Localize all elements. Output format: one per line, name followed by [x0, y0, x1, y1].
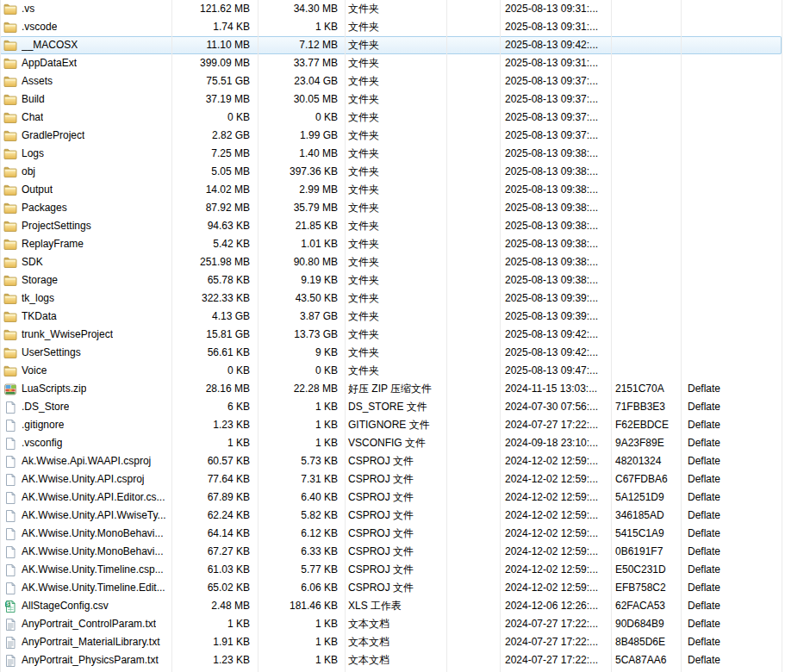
file-packed-size: 5.82 KB — [258, 507, 345, 525]
file-packed-size: 6.06 KB — [258, 579, 345, 597]
file-crc: 90D684B9 — [611, 615, 681, 633]
file-modified-date: 2024-12-02 12:59:... — [500, 543, 611, 561]
file-compress-method: Deflate — [681, 615, 782, 633]
file-row[interactable]: Chat 0 KB 0 KB 文件夹 2025-08-13 09:37:... — [0, 109, 782, 127]
file-packed-size: 9.19 KB — [258, 271, 345, 289]
file-compress-method: Deflate — [681, 452, 782, 470]
file-compress-method: Deflate — [681, 488, 782, 507]
file-row[interactable]: ProjectSettings 94.63 KB 21.85 KB 文件夹 20… — [0, 217, 782, 235]
file-row[interactable]: Assets 75.51 GB 23.04 GB 文件夹 2025-08-13 … — [0, 72, 782, 90]
file-size: 2.48 MB — [171, 597, 258, 615]
file-row[interactable]: AnyPortrait_MaterialLibrary.txt 1.91 KB … — [0, 633, 782, 651]
file-row[interactable]: .vs 121.62 MB 34.30 MB 文件夹 2025-08-13 09… — [0, 0, 782, 18]
folder-icon — [3, 256, 17, 270]
folder-icon — [3, 328, 17, 342]
file-compress-method: Deflate — [681, 579, 782, 597]
file-name: AppDataExt — [22, 54, 77, 72]
file-row[interactable]: trunk_WwiseProject 15.81 GB 13.73 GB 文件夹… — [0, 326, 782, 344]
file-row[interactable]: TKData 4.13 GB 3.87 GB 文件夹 2025-08-13 09… — [0, 308, 782, 326]
file-crc: 5CA87AA6 — [611, 651, 681, 669]
file-row[interactable]: UserSettings 56.61 KB 9 KB 文件夹 2025-08-1… — [0, 344, 782, 362]
txt-icon — [3, 654, 17, 668]
file-name-cell: .vscode — [0, 18, 171, 36]
file-row[interactable]: LuaScripts.zip 28.16 MB 22.28 MB 好压 ZIP … — [0, 380, 782, 398]
file-size: 62.24 KB — [171, 507, 258, 525]
file-row[interactable]: AllStageConfig.csv 2.48 MB 181.46 KB XLS… — [0, 597, 782, 615]
file-row[interactable]: AnyPortrait_PhysicsParam.txt 1.23 KB 1 K… — [0, 651, 782, 669]
file-row[interactable]: Voice 0 KB 0 KB 文件夹 2025-08-13 09:47:... — [0, 362, 782, 380]
file-size: 251.98 MB — [171, 253, 258, 271]
file-packed-size: 1 KB — [258, 633, 345, 651]
file-type: 好压 ZIP 压缩文件 — [345, 380, 446, 398]
file-type: CSPROJ 文件 — [345, 470, 446, 488]
file-row[interactable]: Ak.Wwise.Api.WAAPI.csproj 60.57 KB 5.73 … — [0, 452, 782, 470]
file-packed-size: 0 KB — [258, 362, 345, 380]
file-row[interactable]: .DS_Store 6 KB 1 KB DS_STORE 文件 2024-07-… — [0, 398, 782, 416]
file-name: GradleProject — [22, 127, 84, 145]
file-row-selected[interactable]: __MACOSX 11.10 MB 7.12 MB 文件夹 2025-08-13… — [0, 36, 782, 54]
file-row[interactable]: AK.Wwise.Unity.API.Editor.cs... 67.89 KB… — [0, 488, 782, 507]
file-row[interactable]: Packages 87.92 MB 35.79 MB 文件夹 2025-08-1… — [0, 199, 782, 217]
file-name: Ak.Wwise.Api.WAAPI.csproj — [22, 452, 151, 470]
txt-icon — [3, 618, 17, 632]
file-row[interactable]: Logs 7.25 MB 1.40 MB 文件夹 2025-08-13 09:3… — [0, 145, 782, 163]
file-row[interactable]: obj 5.05 MB 397.36 KB 文件夹 2025-08-13 09:… — [0, 163, 782, 181]
file-name: tk_logs — [22, 289, 54, 308]
file-compress-method: Deflate — [681, 380, 782, 398]
file-row[interactable]: AK.Wwise.Unity.API.WwiseTy... 62.24 KB 5… — [0, 507, 782, 525]
file-icon — [3, 401, 17, 414]
file-type: 文件夹 — [345, 199, 446, 217]
file-modified-date: 2024-12-02 12:59:... — [500, 452, 611, 470]
file-row[interactable]: GradleProject 2.82 GB 1.99 GB 文件夹 2025-0… — [0, 127, 782, 145]
file-modified-date: 2025-08-13 09:47:... — [500, 362, 611, 380]
file-row[interactable]: tk_logs 322.33 KB 43.50 KB 文件夹 2025-08-1… — [0, 289, 782, 308]
file-name-cell: .vs — [0, 0, 171, 18]
file-row[interactable]: Build 37.19 MB 30.05 MB 文件夹 2025-08-13 0… — [0, 90, 782, 109]
folder-icon — [3, 184, 17, 197]
file-row[interactable]: SDK 251.98 MB 90.80 MB 文件夹 2025-08-13 09… — [0, 253, 782, 271]
file-size: 28.16 MB — [171, 380, 258, 398]
file-name-cell: Assets — [0, 72, 171, 90]
file-type: 文件夹 — [345, 217, 446, 235]
file-packed-size: 6.40 KB — [258, 488, 345, 507]
file-row[interactable]: AK.Wwise.Unity.MonoBehavi... 67.27 KB 6.… — [0, 543, 782, 561]
folder-icon — [3, 292, 17, 306]
file-row[interactable]: .vsconfig 1 KB 1 KB VSCONFIG 文件 2024-09-… — [0, 434, 782, 452]
file-name-cell: obj — [0, 163, 171, 181]
file-type: CSPROJ 文件 — [345, 579, 446, 597]
file-row[interactable]: AK.Wwise.Unity.Timeline.Edit... 65.02 KB… — [0, 579, 782, 597]
file-compress-method: Deflate — [681, 597, 782, 615]
file-name-cell: AK.Wwise.Unity.Timeline.Edit... — [0, 579, 171, 597]
file-row[interactable]: AK.Wwise.Unity.Timeline.csp... 61.03 KB … — [0, 561, 782, 579]
file-modified-date: 2024-12-02 12:59:... — [500, 507, 611, 525]
file-row[interactable]: AnyPortrait_ControlParam.txt 1 KB 1 KB 文… — [0, 615, 782, 633]
file-compress-method: Deflate — [681, 507, 782, 525]
file-row[interactable]: .vscode 1.74 KB 1 KB 文件夹 2025-08-13 09:3… — [0, 18, 782, 36]
file-row[interactable]: ReplayFrame 5.42 KB 1.01 KB 文件夹 2025-08-… — [0, 235, 782, 253]
file-name: Storage — [22, 271, 58, 289]
file-row[interactable]: AK.Wwise.Unity.API.csproj 77.64 KB 7.31 … — [0, 470, 782, 488]
file-crc: F62EBDCE — [611, 416, 681, 434]
file-row[interactable]: Output 14.02 MB 2.99 MB 文件夹 2025-08-13 0… — [0, 181, 782, 199]
file-modified-date: 2024-07-27 17:22:... — [500, 615, 611, 633]
file-size: 77.64 KB — [171, 470, 258, 488]
file-name-cell: AK.Wwise.Unity.API.Editor.cs... — [0, 488, 171, 507]
file-row[interactable]: AK.Wwise.Unity.MonoBehavi... 64.14 KB 6.… — [0, 525, 782, 543]
file-packed-size: 7.12 MB — [258, 36, 345, 54]
file-modified-date: 2025-08-13 09:42:... — [500, 344, 611, 362]
file-name-cell: .vsconfig — [0, 434, 171, 452]
file-crc: 9A23F89E — [611, 434, 681, 452]
file-row[interactable]: AppDataExt 399.09 MB 33.77 MB 文件夹 2025-0… — [0, 54, 782, 72]
file-name: AK.Wwise.Unity.Timeline.csp... — [22, 561, 164, 579]
file-size: 15.81 GB — [171, 326, 258, 344]
file-name-cell: Output — [0, 181, 171, 199]
file-packed-size: 23.04 GB — [258, 72, 345, 90]
file-name: AK.Wwise.Unity.API.csproj — [22, 470, 144, 488]
file-modified-date: 2025-08-13 09:38:... — [500, 163, 611, 181]
file-size: 1 KB — [171, 434, 258, 452]
folder-icon — [3, 75, 17, 89]
file-modified-date: 2024-11-15 13:03:... — [500, 380, 611, 398]
file-row[interactable]: Storage 65.78 KB 9.19 KB 文件夹 2025-08-13 … — [0, 271, 782, 289]
file-row[interactable]: .gitignore 1.23 KB 1 KB GITIGNORE 文件 202… — [0, 416, 782, 434]
file-size: 322.33 KB — [171, 289, 258, 308]
